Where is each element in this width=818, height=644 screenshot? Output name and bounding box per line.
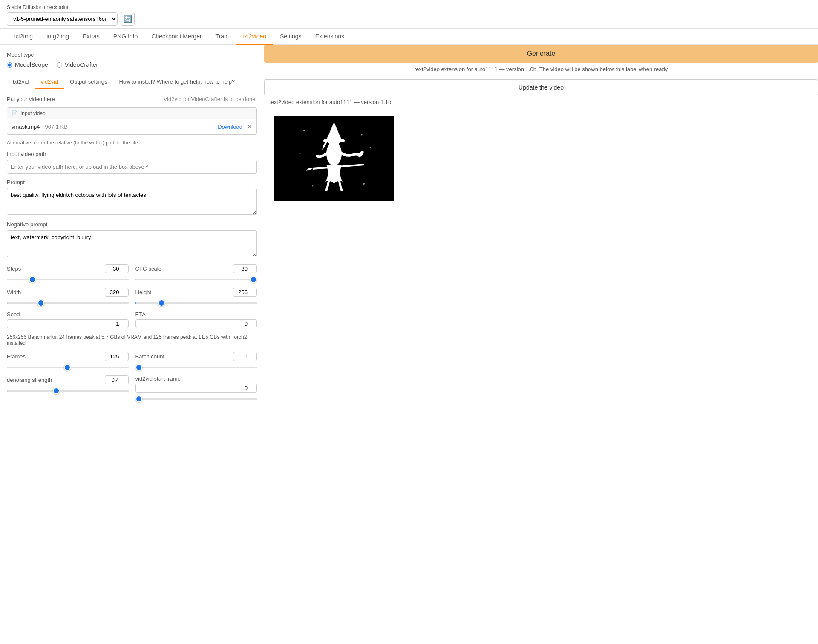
tab-extras[interactable]: Extras bbox=[76, 29, 107, 45]
left-panel: Model type ModelScope VideoCrafter txt2v… bbox=[0, 45, 264, 642]
subtab-output-settings[interactable]: Output settings bbox=[64, 75, 113, 89]
width-slider-container bbox=[7, 298, 129, 305]
video-path-input[interactable] bbox=[7, 160, 257, 174]
vid2vid-start-frame-slider-container bbox=[135, 394, 257, 401]
batch-count-slider-container bbox=[135, 363, 257, 370]
negative-prompt-input[interactable] bbox=[7, 230, 257, 257]
tab-settings[interactable]: Settings bbox=[273, 29, 308, 45]
witch-svg bbox=[291, 120, 377, 196]
width-value[interactable] bbox=[105, 288, 129, 297]
radio-videocrafter[interactable]: VideoCrafter bbox=[57, 61, 98, 68]
file-upload-header: 📄 Input video bbox=[7, 108, 256, 119]
radio-modelscope[interactable]: ModelScope bbox=[7, 61, 48, 68]
svg-point-10 bbox=[363, 183, 365, 185]
svg-point-7 bbox=[370, 147, 371, 148]
file-info: vmask.mp4 907.1 KB bbox=[12, 124, 68, 130]
height-slider-container bbox=[135, 298, 257, 305]
height-label: Height bbox=[135, 289, 152, 295]
frames-value[interactable] bbox=[105, 352, 129, 361]
tab-txt2img[interactable]: txt2img bbox=[7, 29, 40, 45]
subtab-txt2vid[interactable]: txt2vid bbox=[7, 75, 35, 89]
cfg-scale-slider[interactable] bbox=[135, 279, 257, 280]
prompt-label: Prompt bbox=[7, 179, 257, 185]
video-path-label: Input video path bbox=[7, 151, 257, 157]
info-text: text2video extension for auto1111 — vers… bbox=[264, 63, 818, 76]
tab-extensions[interactable]: Extensions bbox=[308, 29, 351, 45]
frames-group: Frames bbox=[7, 352, 129, 370]
checkpoint-label: Stable Diffusion checkpoint bbox=[7, 4, 811, 10]
seed-input[interactable] bbox=[7, 319, 129, 328]
sub-tabs: txt2vid vid2vid Output settings How to i… bbox=[7, 75, 257, 89]
vid2vid-start-frame-input[interactable] bbox=[135, 384, 257, 393]
width-label: Width bbox=[7, 289, 21, 295]
svg-point-5 bbox=[303, 130, 305, 131]
width-slider[interactable] bbox=[7, 302, 129, 304]
steps-label: Steps bbox=[7, 266, 21, 272]
batch-count-value[interactable] bbox=[233, 352, 257, 361]
tab-png-info[interactable]: PNG Info bbox=[107, 29, 145, 45]
svg-point-8 bbox=[300, 153, 301, 155]
seed-group: Seed bbox=[7, 311, 129, 328]
footer: API • Github • Gradio • Reload UI python… bbox=[0, 642, 818, 644]
refresh-icon: 🔄 bbox=[124, 15, 132, 23]
height-slider[interactable] bbox=[135, 302, 257, 304]
batch-count-slider[interactable] bbox=[135, 367, 257, 368]
radio-videocrafter-input[interactable] bbox=[57, 62, 62, 68]
denoising-label: denoising strength bbox=[7, 377, 52, 383]
video-preview bbox=[274, 116, 394, 201]
steps-slider[interactable] bbox=[7, 279, 129, 280]
update-video-button[interactable]: Update the video bbox=[264, 79, 818, 95]
file-size: 907.1 KB bbox=[45, 124, 68, 130]
file-upload-box: 📄 Input video vmask.mp4 907.1 KB Downloa… bbox=[7, 107, 257, 135]
steps-value[interactable] bbox=[105, 264, 129, 273]
denoising-slider[interactable] bbox=[7, 390, 129, 392]
radio-modelscope-input[interactable] bbox=[7, 62, 12, 68]
frames-slider-container bbox=[7, 363, 129, 370]
file-upload-label: Input video bbox=[20, 110, 46, 116]
file-actions: Download ✕ bbox=[218, 123, 252, 131]
width-group: Width bbox=[7, 288, 129, 305]
nav-tabs: txt2img img2img Extras PNG Info Checkpoi… bbox=[0, 29, 818, 45]
svg-marker-2 bbox=[326, 122, 342, 140]
close-button[interactable]: ✕ bbox=[247, 123, 252, 131]
tab-checkpoint-merger[interactable]: Checkpoint Merger bbox=[144, 29, 208, 45]
put-video-label: Put your video here bbox=[7, 96, 55, 102]
tab-img2img[interactable]: img2img bbox=[40, 29, 76, 45]
checkpoint-select[interactable]: v1-5-pruned-emaonly.safetensors [6ce0161… bbox=[7, 12, 118, 26]
tab-txt2video[interactable]: txt2video bbox=[236, 29, 273, 45]
vid2vid-start-frame-group: vid2vid start frame bbox=[135, 375, 257, 401]
vid2vid-note: Vid2vid for VideoCrafter is to be done! bbox=[164, 96, 257, 102]
frames-slider[interactable] bbox=[7, 367, 129, 368]
vid2vid-start-frame-slider[interactable] bbox=[135, 398, 257, 400]
eta-input[interactable] bbox=[135, 319, 257, 328]
benchmark-note: 256x256 Benchmarks: 24 frames peak at 5.… bbox=[7, 334, 257, 346]
generate-button[interactable]: Generate bbox=[264, 45, 818, 63]
batch-count-group: Batch count bbox=[135, 352, 257, 370]
height-value[interactable] bbox=[233, 288, 257, 297]
radio-videocrafter-label: VideoCrafter bbox=[65, 61, 98, 68]
svg-point-6 bbox=[361, 134, 363, 136]
prompt-input[interactable] bbox=[7, 188, 257, 215]
negative-prompt-label: Negative prompt bbox=[7, 221, 257, 228]
svg-point-9 bbox=[312, 185, 314, 187]
download-link[interactable]: Download bbox=[218, 124, 242, 130]
denoising-group: denoising strength bbox=[7, 375, 129, 401]
denoising-slider-container bbox=[7, 386, 129, 393]
seed-label: Seed bbox=[7, 311, 20, 318]
tab-train[interactable]: Train bbox=[209, 29, 236, 45]
file-name: vmask.mp4 bbox=[12, 124, 40, 130]
frames-label: Frames bbox=[7, 353, 26, 360]
model-type-radio-group: ModelScope VideoCrafter bbox=[7, 61, 257, 68]
version-label: text2video extension for auto1111 — vers… bbox=[264, 95, 818, 109]
file-icon: 📄 bbox=[12, 110, 18, 116]
video-display bbox=[264, 109, 818, 208]
subtab-how-to[interactable]: How to install? Where to get help, how t… bbox=[113, 75, 241, 89]
height-group: Height bbox=[135, 288, 257, 305]
refresh-button[interactable]: 🔄 bbox=[121, 12, 135, 26]
eta-label: ETA bbox=[135, 311, 146, 318]
cfg-scale-value[interactable] bbox=[233, 264, 257, 273]
file-row: vmask.mp4 907.1 KB Download ✕ bbox=[7, 119, 256, 134]
denoising-value[interactable] bbox=[105, 375, 129, 384]
radio-modelscope-label: ModelScope bbox=[15, 61, 48, 68]
subtab-vid2vid[interactable]: vid2vid bbox=[35, 75, 64, 89]
